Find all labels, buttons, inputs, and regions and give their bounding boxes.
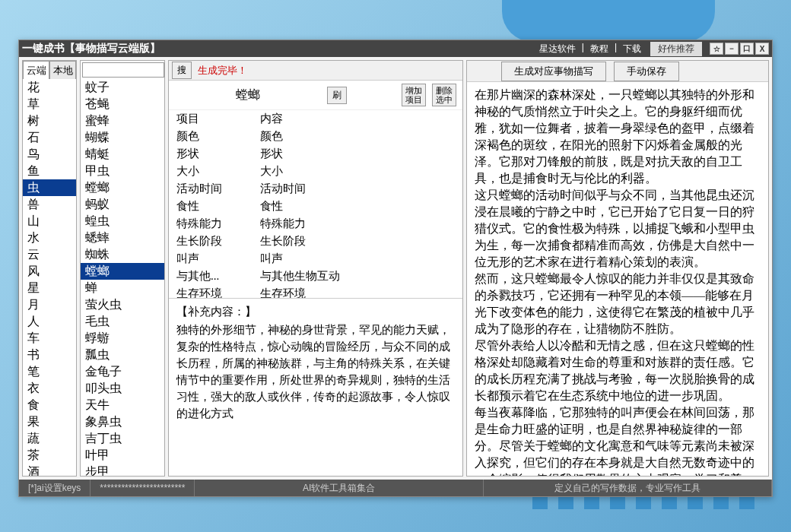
item-list-entry[interactable]: 象鼻虫 xyxy=(81,413,164,430)
item-list[interactable]: 蚊子苍蝇蜜蜂蝴蝶蜻蜓甲虫螳螂蚂蚁蝗虫蟋蟀蜘蛛螳螂蝉萤火虫毛虫蜉蝣瓢虫金龟子叩头虫… xyxy=(81,79,164,476)
titlebar: 一键成书【事物描写云端版】 星达软件 | 教程 | 下载 好作推荐 ☆ － 口 … xyxy=(19,40,772,57)
search-input[interactable] xyxy=(82,62,164,78)
category-item[interactable]: 风 xyxy=(23,263,76,280)
minimize-button[interactable]: － xyxy=(725,43,739,55)
status-custom[interactable]: 定义自己的写作数据，专业写作工具 xyxy=(484,480,772,496)
item-column: 蚊子苍蝇蜜蜂蝴蝶蜻蜓甲虫螳螂蚂蚁蝗虫蟋蟀蜘蛛螳螂蝉萤火虫毛虫蜉蝣瓢虫金龟子叩头虫… xyxy=(80,60,165,477)
category-item[interactable]: 石 xyxy=(23,129,76,146)
app-window: 一键成书【事物描写云端版】 星达软件 | 教程 | 下载 好作推荐 ☆ － 口 … xyxy=(18,40,773,497)
item-list-entry[interactable]: 步甲 xyxy=(81,464,164,476)
property-row[interactable]: 特殊能力特殊能力 xyxy=(169,215,462,233)
maximize-button[interactable]: 口 xyxy=(740,43,754,55)
generate-button[interactable]: 生成对应事物描写 xyxy=(501,62,606,81)
save-button[interactable]: 手动保存 xyxy=(614,62,679,81)
category-item[interactable]: 树 xyxy=(23,112,76,129)
category-item[interactable]: 星 xyxy=(23,280,76,296)
status-stars: ************************ xyxy=(91,480,195,496)
mid-header: 搜 生成完毕！ xyxy=(169,61,462,81)
item-list-entry[interactable]: 蚊子 xyxy=(81,79,164,96)
prop-header-key: 项目 xyxy=(169,111,253,127)
category-item[interactable]: 蔬 xyxy=(23,430,76,447)
property-row[interactable]: 生存环境生存环境 xyxy=(169,285,462,299)
item-list-entry[interactable]: 蜘蛛 xyxy=(81,246,164,263)
titlebar-links: 星达软件 | 教程 | 下载 xyxy=(535,42,646,56)
item-list-entry[interactable]: 蝉 xyxy=(81,280,164,296)
supplement-body[interactable]: 独特的外形细节，神秘的身世背景，罕见的能力天赋，复杂的性格特点，惊心动魄的冒险经… xyxy=(176,321,455,422)
item-list-entry[interactable]: 螳螂 xyxy=(81,179,164,196)
main-row: 云端 本地 花草树石鸟鱼虫兽山水云风星月人车书笔衣食果蔬茶酒琴棋画灯烛窗 蚊子苍… xyxy=(19,57,772,480)
refresh-button[interactable]: 刷 xyxy=(327,87,347,104)
category-item[interactable]: 鸟 xyxy=(23,146,76,163)
category-item[interactable]: 茶 xyxy=(23,447,76,464)
item-list-entry[interactable]: 蚂蚁 xyxy=(81,196,164,213)
favorite-button[interactable]: ☆ xyxy=(710,43,723,55)
supplement-title: 【补充内容：】 xyxy=(176,303,455,320)
item-list-entry[interactable]: 蝗虫 xyxy=(81,213,164,230)
category-item[interactable]: 兽 xyxy=(23,196,76,213)
category-item[interactable]: 虫 xyxy=(23,179,76,196)
category-item[interactable]: 人 xyxy=(23,313,76,330)
subject-name: 螳螂 xyxy=(175,86,321,105)
category-item[interactable]: 果 xyxy=(23,413,76,430)
category-item[interactable]: 月 xyxy=(23,296,76,313)
category-item[interactable]: 花 xyxy=(23,79,76,96)
link-download[interactable]: 下载 xyxy=(618,42,646,56)
property-row[interactable]: 形状形状 xyxy=(169,145,462,163)
property-table[interactable]: 项目内容颜色颜色形状形状大小大小活动时间活动时间食性食性特殊能力特殊能力生长阶段… xyxy=(169,110,462,299)
item-list-entry[interactable]: 萤火虫 xyxy=(81,296,164,313)
item-list-entry[interactable]: 天牛 xyxy=(81,397,164,413)
item-list-entry[interactable]: 叩头虫 xyxy=(81,380,164,397)
tab-cloud[interactable]: 云端 xyxy=(23,61,49,79)
item-list-entry[interactable]: 苍蝇 xyxy=(81,96,164,112)
search-button[interactable]: 搜 xyxy=(172,62,192,79)
item-list-entry[interactable]: 毛虫 xyxy=(81,313,164,330)
property-row[interactable]: 生长阶段生长阶段 xyxy=(169,233,462,250)
status-toolbox[interactable]: AI软件工具箱集合 xyxy=(195,480,483,496)
item-list-entry[interactable]: 螳螂 xyxy=(81,263,164,280)
window-title: 一键成书【事物描写云端版】 xyxy=(22,42,535,55)
statusbar: [*]ai设置keys ************************ AI软… xyxy=(19,480,772,496)
category-item[interactable]: 车 xyxy=(23,330,76,347)
category-item[interactable]: 草 xyxy=(23,96,76,112)
category-item[interactable]: 食 xyxy=(23,397,76,413)
property-row[interactable]: 颜色颜色 xyxy=(169,128,462,145)
property-row[interactable]: 大小大小 xyxy=(169,163,462,180)
category-item[interactable]: 笔 xyxy=(23,363,76,380)
article-column: 生成对应事物描写 手动保存 在那片幽深的森林深处，一只螳螂以其独特的外形和神秘的… xyxy=(466,60,769,477)
item-list-entry[interactable]: 蜻蜓 xyxy=(81,146,164,163)
item-list-entry[interactable]: 蜉蝣 xyxy=(81,330,164,347)
prop-header-val: 内容 xyxy=(253,111,462,127)
category-item[interactable]: 山 xyxy=(23,213,76,230)
property-row[interactable]: 活动时间活动时间 xyxy=(169,180,462,198)
source-tabs: 云端 本地 xyxy=(23,61,76,79)
status-keys[interactable]: [*]ai设置keys xyxy=(19,480,91,496)
item-list-entry[interactable]: 叶甲 xyxy=(81,447,164,464)
item-list-entry[interactable]: 甲虫 xyxy=(81,163,164,179)
item-list-entry[interactable]: 蟋蟀 xyxy=(81,230,164,246)
delete-property-button[interactable]: 删除 选中 xyxy=(432,84,456,106)
link-tutorial[interactable]: 教程 xyxy=(586,42,613,56)
property-row[interactable]: 叫声叫声 xyxy=(169,250,462,268)
right-header: 生成对应事物描写 手动保存 xyxy=(467,61,768,82)
item-list-entry[interactable]: 蝴蝶 xyxy=(81,129,164,146)
item-list-entry[interactable]: 金龟子 xyxy=(81,363,164,380)
category-item[interactable]: 云 xyxy=(23,246,76,263)
category-list[interactable]: 花草树石鸟鱼虫兽山水云风星月人车书笔衣食果蔬茶酒琴棋画灯烛窗 xyxy=(23,79,76,476)
category-item[interactable]: 酒 xyxy=(23,464,76,476)
property-row[interactable]: 食性食性 xyxy=(169,198,462,215)
category-item[interactable]: 衣 xyxy=(23,380,76,397)
link-software[interactable]: 星达软件 xyxy=(535,42,580,56)
recommend-button[interactable]: 好作推荐 xyxy=(650,42,702,56)
add-property-button[interactable]: 增加 项目 xyxy=(402,84,426,106)
property-row[interactable]: 与其他...与其他生物互动 xyxy=(169,268,462,285)
category-item[interactable]: 鱼 xyxy=(23,163,76,179)
tab-local[interactable]: 本地 xyxy=(49,61,76,79)
item-list-entry[interactable]: 吉丁虫 xyxy=(81,430,164,447)
item-list-entry[interactable]: 瓢虫 xyxy=(81,347,164,363)
close-button[interactable]: X xyxy=(755,43,769,55)
category-item[interactable]: 书 xyxy=(23,347,76,363)
properties-column: 搜 生成完毕！ 螳螂 刷 增加 项目 删除 选中 项目内容颜色颜色形状形状大小大… xyxy=(168,60,463,477)
article-text[interactable]: 在那片幽深的森林深处，一只螳螂以其独特的外形和神秘的气质悄然立于叶尖之上。它的身… xyxy=(467,82,768,476)
category-item[interactable]: 水 xyxy=(23,230,76,246)
item-list-entry[interactable]: 蜜蜂 xyxy=(81,112,164,129)
